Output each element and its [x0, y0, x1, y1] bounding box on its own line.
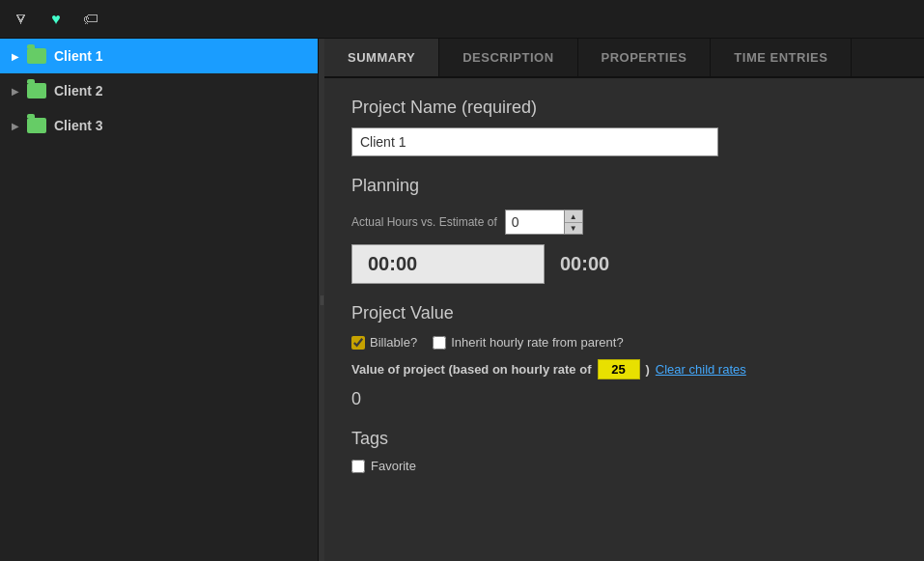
rate-input[interactable] [598, 359, 640, 379]
estimate-input[interactable] [506, 210, 564, 234]
form-content: Project Name (required) Planning Actual … [324, 78, 924, 561]
tab-summary[interactable]: SUMMARY [324, 39, 439, 76]
value-amount-display: 0 [351, 389, 897, 409]
planning-estimate-row: Actual Hours vs. Estimate of ▲ ▼ [351, 210, 897, 235]
sidebar-label-client3: Client 3 [54, 118, 103, 133]
tags-title: Tags [351, 429, 897, 449]
inherit-rate-label: Inherit hourly rate from parent? [451, 335, 623, 350]
tab-description[interactable]: DESCRIPTION [439, 39, 577, 76]
inherit-rate-checkbox[interactable] [433, 336, 446, 350]
project-name-section: Project Name (required) [351, 98, 897, 156]
expand-arrow-client2: ▶ [12, 86, 19, 97]
tab-time-entries[interactable]: TIME ENTRIES [711, 39, 852, 76]
sidebar: ▶ Client 1 ▶ Client 2 ▶ Client 3 [0, 39, 319, 561]
content-area: SUMMARY DESCRIPTION PROPERTIES TIME ENTR… [324, 39, 924, 561]
planning-sublabel: Actual Hours vs. Estimate of [351, 215, 497, 229]
heart-icon[interactable]: ♥ [42, 6, 70, 33]
sidebar-item-client1[interactable]: ▶ Client 1 [0, 39, 318, 73]
favorite-checkbox[interactable] [351, 460, 365, 473]
billable-checkbox[interactable] [351, 336, 365, 350]
estimate-spinner: ▲ ▼ [505, 210, 583, 235]
project-value-section: Project Value Billable? Inherit hourly r… [351, 303, 897, 409]
billable-checkbox-item[interactable]: Billable? [351, 335, 417, 350]
project-name-label: Project Name (required) [351, 98, 897, 118]
tags-section: Tags Favorite [351, 429, 897, 473]
folder-icon-client3 [27, 118, 46, 133]
billable-row: Billable? Inherit hourly rate from paren… [351, 335, 897, 350]
sidebar-label-client2: Client 2 [54, 83, 103, 98]
tab-bar: SUMMARY DESCRIPTION PROPERTIES TIME ENTR… [324, 39, 924, 78]
estimate-time-display: 00:00 [560, 253, 609, 275]
project-name-input[interactable] [351, 127, 718, 156]
time-display-row: 00:00 00:00 [351, 244, 897, 284]
planning-label: Planning [351, 176, 897, 196]
value-prefix: Value of project (based on hourly rate o… [351, 362, 592, 377]
spinner-down-btn[interactable]: ▼ [565, 222, 582, 234]
planning-section: Planning Actual Hours vs. Estimate of ▲ … [351, 176, 897, 284]
value-of-project-row: Value of project (based on hourly rate o… [351, 359, 897, 379]
sidebar-item-client2[interactable]: ▶ Client 2 [0, 73, 318, 108]
expand-arrow-client1: ▶ [12, 51, 19, 62]
spinner-up-btn[interactable]: ▲ [565, 210, 582, 222]
project-value-title: Project Value [351, 303, 897, 323]
spinner-buttons: ▲ ▼ [564, 210, 582, 234]
favorite-label: Favorite [371, 459, 416, 473]
folder-icon-client2 [27, 83, 46, 98]
network-icon[interactable]: ⛛ [8, 6, 35, 33]
actual-time-display: 00:00 [351, 244, 545, 284]
inherit-rate-checkbox-item[interactable]: Inherit hourly rate from parent? [433, 335, 623, 350]
tag-icon[interactable]: 🏷 [77, 6, 104, 33]
sidebar-label-client1: Client 1 [54, 48, 103, 64]
folder-icon-client1 [27, 48, 46, 64]
billable-label: Billable? [370, 335, 417, 350]
main-layout: ▶ Client 1 ▶ Client 2 ▶ Client 3 ‖ SUMMA… [0, 39, 924, 561]
toolbar: ⛛ ♥ 🏷 [0, 0, 924, 39]
sidebar-item-client3[interactable]: ▶ Client 3 [0, 108, 318, 143]
tab-properties[interactable]: PROPERTIES [578, 39, 712, 76]
value-suffix: ) [646, 362, 650, 377]
expand-arrow-client3: ▶ [12, 121, 19, 131]
favorite-checkbox-item[interactable]: Favorite [351, 459, 897, 473]
clear-child-rates-link[interactable]: Clear child rates [656, 362, 746, 377]
